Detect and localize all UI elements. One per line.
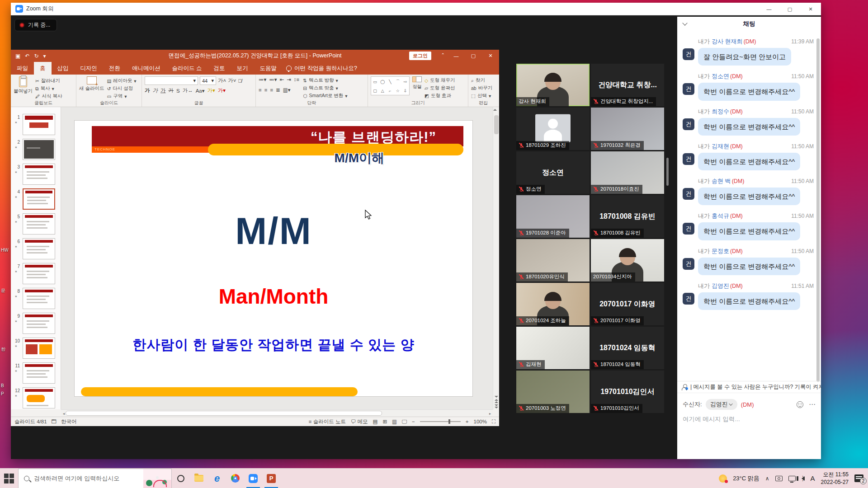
message-bubble[interactable]: 학번 이름으로 변경해주세요^^ bbox=[698, 258, 800, 275]
participant-tile[interactable]: 18701020유민식 bbox=[516, 239, 590, 282]
slide-thumbnail-6[interactable]: 6✶ bbox=[11, 238, 61, 261]
qat-dropdown-icon[interactable]: ▾ bbox=[43, 53, 46, 59]
vertical-scrollbar[interactable] bbox=[493, 107, 499, 409]
notification-icon[interactable]: 2 bbox=[854, 474, 863, 482]
justify-button[interactable]: ≣ bbox=[276, 87, 280, 93]
smartart-button[interactable]: ⬡SmartArt로 변환▾ bbox=[303, 93, 347, 99]
participant-tile[interactable]: 19701032 최은경 bbox=[591, 108, 664, 150]
zoom-in-icon[interactable]: + bbox=[466, 419, 469, 424]
slide-sorter-icon[interactable]: ⊞ bbox=[382, 418, 387, 425]
taskbar-icon-chrome[interactable] bbox=[226, 469, 244, 488]
participant-tile[interactable]: 강사 현재희 bbox=[516, 64, 590, 106]
participant-tile[interactable]: 김재현 bbox=[516, 327, 590, 369]
shape-outline-button[interactable]: ▱도형 윤곽선 bbox=[425, 85, 455, 91]
participant-tile[interactable]: 정소연정소연 bbox=[516, 151, 590, 194]
language-indicator[interactable]: 한국어 bbox=[61, 418, 77, 425]
emoji-icon[interactable] bbox=[797, 401, 803, 408]
normal-view-icon[interactable]: ▤ bbox=[373, 418, 378, 425]
slide-thumbnail-8[interactable]: 8✶ bbox=[11, 288, 61, 310]
shape-gallery[interactable]: ▭◯╲⌒⇨ ▢△⌐☆⇩ bbox=[371, 76, 410, 95]
slide-thumbnail-3[interactable]: 3✶ bbox=[11, 164, 61, 186]
ribbon-tab-애니메이션[interactable]: 애니메이션 bbox=[126, 62, 166, 75]
ribbon-tab-삽입[interactable]: 삽입 bbox=[52, 62, 75, 75]
taskbar-search[interactable]: 검색하려면 여기에 입력하십시오 bbox=[18, 469, 172, 488]
undo-icon[interactable]: ↶ bbox=[25, 53, 29, 59]
paste-button[interactable]: 붙여넣기 bbox=[14, 76, 33, 99]
participant-tile[interactable]: 20701024 조하늘 bbox=[516, 283, 590, 325]
scroll-up-icon[interactable] bbox=[493, 109, 497, 111]
slide-thumbnail-7[interactable]: 7✶ bbox=[11, 263, 61, 286]
message-bubble[interactable]: 학번 이름으로 변경해주세요^^ bbox=[698, 118, 800, 136]
slide-thumbnail-2[interactable]: 2✶ bbox=[11, 139, 61, 161]
text-align-button[interactable]: ⊟텍스트 맞춤▾ bbox=[303, 85, 347, 91]
participant-tile[interactable]: 18701008 김유빈18701008 김유빈 bbox=[591, 195, 664, 238]
scroll-right-icon[interactable]: ▸ bbox=[489, 412, 491, 416]
strikethrough-button[interactable]: 가 bbox=[169, 87, 174, 94]
desktop-icon-label[interactable]: 문 bbox=[1, 287, 5, 294]
desktop-icon-label[interactable]: HW bbox=[1, 248, 9, 253]
increase-indent-button[interactable]: ⇥ bbox=[287, 76, 291, 83]
previous-slide-icon[interactable] bbox=[495, 399, 498, 401]
taskbar-clock[interactable]: 오전 11:55 2022-05-27 bbox=[821, 471, 849, 485]
slide-thumbnail-10[interactable]: 10✶ bbox=[11, 338, 61, 360]
memo-button[interactable]: 🗩 메모 bbox=[351, 418, 368, 425]
volume-icon[interactable] bbox=[802, 476, 805, 481]
highlight-color-button[interactable]: 가▾ bbox=[208, 87, 215, 94]
ppt-close-button[interactable]: ✕ bbox=[482, 50, 499, 62]
shape-effects-button[interactable]: ◩도형 효과 bbox=[425, 93, 455, 99]
ribbon-tab-전환[interactable]: 전환 bbox=[103, 62, 126, 75]
font-name-select[interactable]: ▾ bbox=[145, 76, 198, 85]
login-button[interactable]: 로그인 bbox=[409, 52, 431, 60]
slide-thumbnail-11[interactable]: 11✶ bbox=[11, 362, 61, 385]
participant-tile[interactable]: 20701017 이화영20701017 이화영 bbox=[591, 283, 664, 325]
select-button[interactable]: ⬚선택▾ bbox=[471, 93, 495, 99]
chat-scrollbar[interactable] bbox=[816, 38, 820, 382]
participant-scrollbar[interactable] bbox=[666, 158, 669, 186]
shape-fill-button[interactable]: ◇도형 채우기 bbox=[425, 77, 455, 84]
ribbon-tab-홈[interactable]: 홈 bbox=[34, 62, 52, 75]
ime-indicator[interactable]: A bbox=[811, 474, 815, 482]
align-left-button[interactable]: ≡ bbox=[259, 87, 262, 93]
current-slide[interactable]: “나를 브랜딩하라!” TECHNOE M/M이해 M/M Man/Month … bbox=[75, 121, 472, 396]
font-color-button[interactable]: 가▾ bbox=[218, 87, 226, 94]
desktop-icon-label[interactable]: B bbox=[1, 383, 4, 388]
message-bubble[interactable]: 학번 이름으로 변경해주세요^^ bbox=[698, 83, 800, 100]
font-size-select[interactable]: 44▾ bbox=[200, 76, 216, 85]
zoom-maximize-button[interactable]: ▢ bbox=[779, 3, 800, 15]
ribbon-tab-도움말[interactable]: 도움말 bbox=[254, 62, 283, 75]
horizontal-scroll-thumb[interactable] bbox=[66, 411, 382, 416]
taskbar-icon-file-explorer[interactable] bbox=[190, 469, 208, 488]
find-button[interactable]: ⌕찾기 bbox=[471, 77, 495, 84]
taskbar-icon-zoom[interactable] bbox=[244, 469, 262, 488]
columns-button[interactable]: ▥▾ bbox=[283, 87, 291, 93]
decrease-indent-button[interactable]: ⇤ bbox=[280, 76, 284, 83]
copy-button[interactable]: ⧉복사▾ bbox=[35, 85, 62, 92]
chat-input[interactable]: 여기에 메시지 입력... bbox=[683, 415, 816, 423]
slide-thumbnail-5[interactable]: 5✶ bbox=[11, 213, 61, 236]
ppt-minimize-button[interactable]: — bbox=[448, 50, 465, 62]
cut-button[interactable]: ✂잘라내기 bbox=[35, 78, 62, 84]
arrange-button[interactable]: 정렬 bbox=[412, 76, 422, 99]
participant-tile[interactable]: 18701024 임동혁18701024 임동혁 bbox=[591, 327, 664, 369]
desktop-icon-label[interactable]: 한 bbox=[1, 346, 5, 352]
zoom-slider[interactable] bbox=[420, 421, 461, 422]
ribbon-tab-슬라이드 쇼[interactable]: 슬라이드 쇼 bbox=[166, 62, 208, 75]
message-bubble[interactable]: 학번 이름으로 변경해주세요^^ bbox=[698, 292, 800, 310]
tell-me-search[interactable]: 어떤 작업을 원하시나요? bbox=[286, 62, 357, 75]
char-spacing-button[interactable]: 가↔ bbox=[183, 87, 193, 94]
italic-button[interactable]: 가 bbox=[153, 87, 158, 94]
next-slide-icon[interactable] bbox=[495, 404, 498, 406]
fit-to-window-icon[interactable]: ⛶ bbox=[492, 419, 495, 425]
ribbon-display-options-icon[interactable]: ⌃ bbox=[441, 52, 445, 57]
section-button[interactable]: ▭구역▾ bbox=[107, 93, 136, 99]
taskbar-icon-powerpoint[interactable]: P bbox=[262, 469, 280, 488]
slideshow-icon[interactable]: 🖵 bbox=[402, 419, 407, 425]
slide-thumbnail-12[interactable]: 12✶ bbox=[11, 387, 61, 409]
save-icon[interactable]: ▣ bbox=[15, 53, 20, 59]
message-bubble[interactable]: 학번 이름으로 변경해주세요^^ bbox=[698, 222, 800, 240]
message-bubble[interactable]: 잘 안들려요~화면 안보이고 bbox=[698, 48, 791, 66]
ppt-maximize-button[interactable]: ▢ bbox=[465, 50, 482, 62]
search-highlight-image[interactable] bbox=[143, 469, 171, 488]
format-painter-button[interactable]: 🖉서식 복사 bbox=[35, 93, 62, 99]
zoom-out-icon[interactable]: − bbox=[412, 419, 415, 424]
